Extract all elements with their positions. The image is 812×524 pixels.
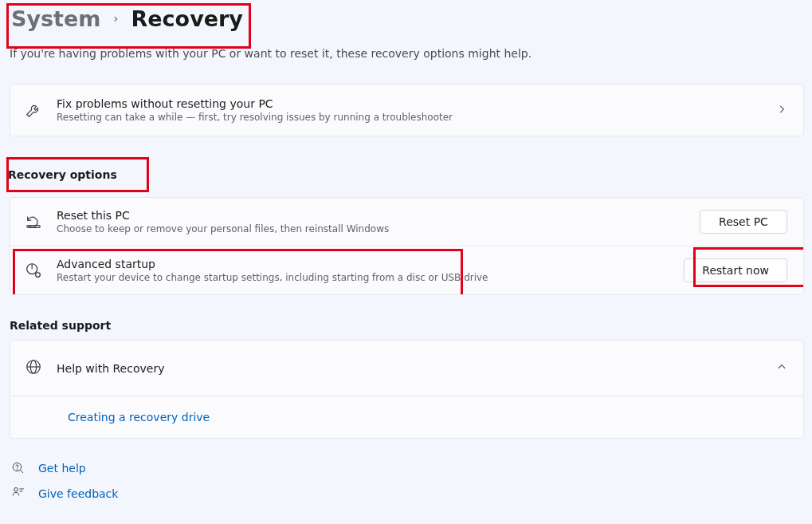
footer-links: Get help Give feedback: [10, 458, 804, 501]
globe-icon: [25, 358, 42, 378]
chevron-right-icon: [776, 104, 787, 117]
breadcrumb: System Recovery: [8, 5, 246, 33]
advanced-startup-title: Advanced startup: [57, 258, 669, 270]
advanced-startup-subtitle: Restart your device to change startup se…: [57, 272, 669, 283]
restart-now-button[interactable]: Restart now: [684, 258, 787, 282]
help-with-recovery-title: Help with Recovery: [57, 362, 762, 375]
breadcrumb-parent[interactable]: System: [11, 6, 100, 31]
help-with-recovery-card: Help with Recovery Creating a recovery d…: [10, 340, 804, 439]
reset-this-pc-row: Reset this PC Choose to keep or remove y…: [10, 198, 803, 246]
chevron-up-icon: [776, 361, 787, 375]
page-intro: If you're having problems with your PC o…: [10, 47, 804, 60]
recovery-options-heading: Recovery options: [8, 168, 117, 181]
recovery-options-group: Reset this PC Choose to keep or remove y…: [10, 197, 804, 295]
svg-point-7: [14, 488, 18, 492]
creating-recovery-drive-link[interactable]: Creating a recovery drive: [68, 411, 210, 424]
give-feedback-link[interactable]: Give feedback: [38, 487, 118, 500]
reset-pc-title: Reset this PC: [57, 209, 685, 222]
fix-problems-card[interactable]: Fix problems without resetting your PC R…: [10, 84, 804, 136]
fix-problems-title: Fix problems without resetting your PC: [57, 97, 762, 110]
power-gear-icon: [25, 262, 42, 279]
reset-pc-button[interactable]: Reset PC: [700, 210, 787, 234]
recovery-options-highlight: Recovery options: [8, 159, 147, 191]
get-help-link[interactable]: Get help: [38, 462, 86, 475]
breadcrumb-current: Recovery: [131, 6, 242, 31]
wrench-icon: [25, 101, 42, 119]
fix-problems-subtitle: Resetting can take a while — first, try …: [57, 112, 762, 123]
svg-point-2: [36, 273, 41, 278]
svg-point-6: [17, 469, 18, 470]
related-support-heading: Related support: [10, 319, 804, 332]
feedback-icon: [11, 487, 25, 501]
help-icon: [11, 461, 25, 475]
breadcrumb-highlight: System Recovery: [8, 5, 249, 47]
reset-icon: [25, 213, 42, 230]
help-with-recovery-header[interactable]: Help with Recovery: [10, 341, 803, 396]
chevron-right-icon: [112, 13, 120, 26]
advanced-startup-row: Advanced startup Restart your device to …: [10, 246, 803, 294]
reset-pc-subtitle: Choose to keep or remove your personal f…: [57, 223, 685, 234]
